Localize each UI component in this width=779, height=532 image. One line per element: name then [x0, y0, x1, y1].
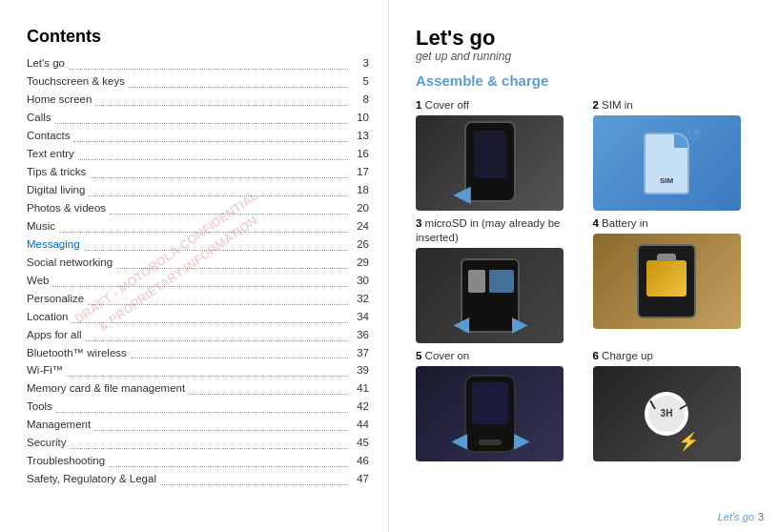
step-image: ◀ ▶	[416, 248, 564, 343]
toc-label: Personalize	[27, 290, 84, 308]
toc-dots	[160, 470, 348, 485]
step-number: 1	[416, 99, 421, 111]
step-label: 3 microSD in (may already be inserted)	[416, 216, 584, 245]
toc-page: 44	[352, 416, 369, 434]
step-image	[593, 234, 741, 329]
step-label: 5 Cover on	[416, 349, 469, 363]
toc-dots	[95, 91, 348, 106]
toc-page: 47	[352, 470, 369, 488]
toc-item: Home screen8	[27, 91, 369, 109]
toc-item: Memory card & file management41	[27, 379, 369, 398]
step-label: 4 Battery in	[593, 216, 648, 231]
toc-page: 13	[352, 127, 369, 145]
toc-dots	[84, 235, 348, 251]
toc-page: 10	[352, 109, 369, 127]
toc-page: 17	[352, 163, 369, 181]
toc-item: Personalize32	[27, 290, 369, 308]
footer-title: Let's go	[718, 511, 754, 522]
step-image: ◀ ▶	[416, 366, 564, 461]
toc-item: Touchscreen & keys5	[27, 72, 369, 91]
toc-label: Location	[27, 308, 68, 326]
toc-item: Calls10	[27, 109, 369, 127]
toc-page: 45	[352, 434, 369, 452]
toc-item: Photos & videos20	[27, 199, 369, 217]
toc-label: Calls	[27, 109, 51, 127]
toc-dots	[71, 434, 348, 449]
toc-item: Social networking29	[27, 254, 369, 272]
step-number: 2	[593, 99, 599, 111]
toc-page: 39	[352, 361, 369, 379]
toc-dots	[88, 290, 348, 305]
toc-dots	[59, 217, 348, 233]
step-number: 5	[416, 350, 421, 361]
toc-page: 30	[352, 272, 369, 290]
toc-page: 41	[352, 379, 369, 398]
toc-dots	[94, 416, 348, 431]
toc-label: Apps for all	[27, 326, 82, 344]
toc-page: 32	[352, 290, 369, 308]
toc-label: Text entry	[27, 145, 74, 163]
toc-label: Touchscreen & keys	[27, 72, 125, 91]
toc-label: Photos & videos	[27, 199, 106, 217]
toc-label: Bluetooth™ wireless	[27, 344, 127, 362]
toc-item: Messaging26	[27, 235, 369, 254]
right-page: Let's go get up and running Assemble & c…	[389, 0, 779, 532]
page-number: 3	[758, 511, 764, 522]
toc-item: Wi-Fi™39	[27, 361, 369, 379]
toc-label: Tools	[27, 398, 52, 416]
page-container: Contents Let's go3Touchscreen & keys5Hom…	[0, 0, 779, 532]
toc-label: Digital living	[27, 181, 85, 199]
toc-dots	[56, 398, 348, 413]
step-cell: 3 microSD in (may already be inserted) ◀…	[416, 216, 584, 343]
step-cell: 5 Cover on ◀ ▶	[416, 349, 584, 461]
toc-page: 3	[352, 54, 369, 72]
toc-label: Wi-Fi™	[27, 361, 63, 379]
page-footer: Let's go 3	[718, 511, 764, 522]
toc-dots	[67, 361, 348, 377]
step-image: 3H ⚡	[593, 366, 741, 461]
toc-page: 18	[352, 181, 369, 199]
toc-label: Home screen	[27, 91, 92, 109]
contents-title: Contents	[27, 27, 369, 47]
toc-item: Bluetooth™ wireless37	[27, 344, 369, 362]
toc-item: Text entry16	[27, 145, 369, 163]
step-label: 2 SIM in	[593, 98, 633, 113]
toc-dots	[72, 308, 348, 323]
toc-label: Troubleshooting	[27, 452, 105, 470]
toc-item: Apps for all36	[27, 326, 369, 344]
section-title: Let's go	[416, 27, 760, 50]
section-subtitle: get up and running	[416, 50, 760, 63]
toc-item: Safety, Regulatory & Legal47	[27, 470, 369, 488]
toc-dots	[189, 379, 348, 395]
toc-dots	[86, 326, 348, 341]
toc-page: 46	[352, 452, 369, 470]
toc-dots	[89, 181, 348, 196]
toc-label: Music	[27, 217, 55, 235]
toc-dots	[55, 109, 348, 124]
toc-dots	[90, 163, 348, 178]
toc-item: Tips & tricks17	[27, 163, 369, 181]
toc-dots	[52, 272, 348, 287]
toc-label: Tips & tricks	[27, 163, 86, 181]
toc-item: Troubleshooting46	[27, 452, 369, 470]
left-page: Contents Let's go3Touchscreen & keys5Hom…	[0, 0, 389, 532]
toc-item: Web30	[27, 272, 369, 290]
toc-item: Security45	[27, 434, 369, 452]
toc-item: Let's go3	[27, 54, 369, 72]
toc-page: 36	[352, 326, 369, 344]
step-label: 6 Charge up	[593, 349, 653, 363]
step-cell: 6 Charge up 3H ⚡	[593, 349, 761, 461]
toc-dots	[69, 54, 348, 70]
toc-item: Digital living18	[27, 181, 369, 199]
toc-page: 26	[352, 235, 369, 254]
steps-grid: 1 Cover off ◀ 2 SIM in SIM ↺ 3 microSD i…	[416, 98, 760, 461]
toc-label: Messaging	[27, 235, 80, 254]
toc-item: Management44	[27, 416, 369, 434]
toc-dots	[129, 72, 348, 88]
toc-dots	[116, 254, 348, 269]
toc-label: Safety, Regulatory & Legal	[27, 470, 156, 488]
step-cell: 1 Cover off ◀	[416, 98, 584, 211]
toc-label: Security	[27, 434, 67, 452]
step-image: SIM ↺	[593, 115, 741, 211]
toc-page: 24	[352, 217, 369, 235]
